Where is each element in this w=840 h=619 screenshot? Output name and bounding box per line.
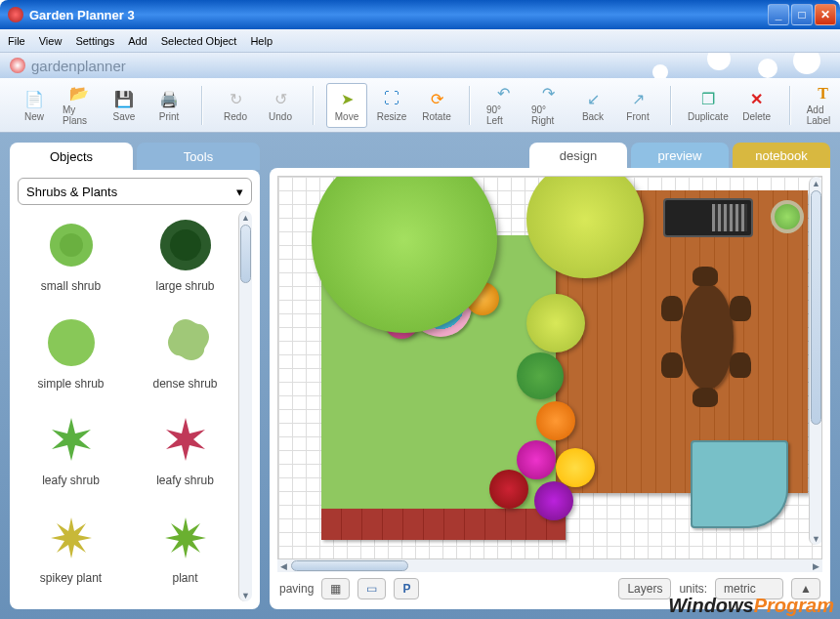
- duplicate-button[interactable]: ❐Duplicate: [684, 83, 733, 128]
- list-item[interactable]: simple shrub: [18, 312, 124, 404]
- list-item[interactable]: spikey plant: [18, 507, 124, 598]
- resize-button[interactable]: ⛶Resize: [371, 83, 412, 128]
- text-icon: T: [813, 85, 834, 103]
- tab-design[interactable]: design: [529, 143, 627, 168]
- back-icon: ↙: [582, 88, 604, 109]
- canvas-vscroll[interactable]: ▲▼: [809, 177, 822, 545]
- minimize-button[interactable]: _: [768, 4, 789, 25]
- printer-icon: 🖨️: [158, 88, 180, 109]
- undo-button[interactable]: ↺Undo: [260, 83, 301, 128]
- units-dropdown[interactable]: metric: [715, 578, 783, 599]
- selection-label: paving: [279, 582, 314, 596]
- close-button[interactable]: ✕: [815, 4, 836, 25]
- rotate-icon: ⟳: [426, 88, 447, 109]
- app-icon: [8, 7, 23, 22]
- list-item[interactable]: plant: [132, 507, 238, 598]
- units-label: units:: [679, 582, 707, 596]
- svg-point-3: [170, 229, 201, 261]
- chevron-down-icon: ▾: [236, 185, 243, 199]
- canvas-hscroll[interactable]: ◀▶: [277, 558, 822, 572]
- menu-add[interactable]: Add: [128, 35, 147, 47]
- move-button[interactable]: ➤Move: [326, 83, 367, 128]
- status-bar: paving ▦ ▭ P Layers units: metric ▲: [277, 572, 822, 601]
- tab-tools[interactable]: Tools: [137, 143, 260, 170]
- save-button[interactable]: 💾Save: [104, 83, 145, 128]
- add-label-button[interactable]: TAdd Label: [803, 83, 840, 128]
- print-button[interactable]: 🖨️Print: [148, 83, 189, 128]
- sidebar-scrollbar[interactable]: ▲▼: [238, 211, 252, 601]
- rotate-button[interactable]: ⟳Rotate: [416, 83, 457, 128]
- ruler-icon: ▭: [366, 582, 377, 596]
- scroll-thumb[interactable]: [240, 225, 251, 283]
- bring-front-button[interactable]: ↗Front: [617, 83, 658, 128]
- window-title: Garden Planner 3: [29, 8, 768, 22]
- toolbar: 📄New 📂My Plans 💾Save 🖨️Print ↻Redo ↺Undo…: [0, 78, 840, 133]
- rotate-right-icon: ↷: [537, 84, 559, 103]
- maximize-button[interactable]: □: [791, 4, 813, 25]
- list-item[interactable]: dense shrub: [132, 312, 238, 404]
- file-icon: 📄: [23, 88, 45, 109]
- scroll-down-icon[interactable]: ▼: [240, 589, 251, 601]
- p-button[interactable]: P: [394, 578, 419, 599]
- canvas-area: design preview notebook: [270, 143, 830, 609]
- tab-preview[interactable]: preview: [631, 143, 729, 168]
- design-canvas[interactable]: ▲▼: [277, 176, 822, 559]
- disk-icon: 💾: [113, 88, 135, 109]
- titlebar: Garden Planner 3 _ □ ✕: [0, 0, 840, 29]
- front-icon: ↗: [627, 88, 649, 109]
- scroll-up-icon[interactable]: ▲: [240, 211, 251, 224]
- ruler-toggle-button[interactable]: ▭: [357, 578, 386, 599]
- sidebar: Objects Tools Shrubs & Plants ▾ small sh…: [10, 143, 260, 609]
- grid-icon: ▦: [330, 582, 341, 596]
- layers-button[interactable]: Layers: [618, 578, 671, 599]
- category-value: Shrubs & Plants: [26, 185, 117, 199]
- collapse-button[interactable]: ▲: [791, 578, 820, 599]
- svg-point-4: [48, 319, 95, 366]
- list-item[interactable]: leafy shrub: [132, 409, 238, 501]
- folder-icon: 📂: [68, 84, 90, 103]
- tab-notebook[interactable]: notebook: [733, 143, 830, 168]
- my-plans-button[interactable]: 📂My Plans: [59, 83, 100, 128]
- brand-text: gardenplanner: [31, 58, 126, 74]
- rotate-right-button[interactable]: ↷90° Right: [527, 83, 568, 128]
- brand-icon: [10, 58, 25, 73]
- cursor-icon: ➤: [336, 88, 357, 109]
- svg-point-1: [60, 233, 83, 257]
- undo-icon: ↺: [270, 88, 291, 109]
- resize-icon: ⛶: [381, 88, 402, 109]
- menu-bar: File View Settings Add Selected Object H…: [0, 29, 840, 53]
- menu-view[interactable]: View: [39, 35, 63, 47]
- grid-toggle-button[interactable]: ▦: [321, 578, 350, 599]
- delete-icon: ✕: [746, 88, 768, 109]
- list-item[interactable]: leafy shrub: [18, 409, 124, 501]
- workspace: Objects Tools Shrubs & Plants ▾ small sh…: [0, 133, 840, 619]
- rotate-left-button[interactable]: ↶90° Left: [483, 83, 524, 128]
- brand-bar: gardenplanner: [0, 53, 840, 78]
- redo-button[interactable]: ↻Redo: [215, 83, 256, 128]
- list-item[interactable]: large shrub: [132, 215, 238, 307]
- object-grid: small shrub large shrub simple shrub den…: [18, 211, 238, 601]
- menu-help[interactable]: Help: [250, 35, 273, 47]
- menu-selected-object[interactable]: Selected Object: [161, 35, 237, 47]
- duplicate-icon: ❐: [697, 88, 719, 109]
- menu-settings[interactable]: Settings: [75, 35, 114, 47]
- list-item[interactable]: small shrub: [18, 215, 124, 307]
- delete-button[interactable]: ✕Delete: [736, 83, 777, 128]
- redo-icon: ↻: [225, 88, 246, 109]
- rotate-left-icon: ↶: [492, 84, 514, 103]
- send-back-button[interactable]: ↙Back: [572, 83, 613, 128]
- category-dropdown[interactable]: Shrubs & Plants ▾: [18, 178, 252, 205]
- blossom-decoration: [508, 53, 840, 78]
- menu-file[interactable]: File: [8, 35, 25, 47]
- new-button[interactable]: 📄New: [14, 83, 55, 128]
- tab-objects[interactable]: Objects: [10, 143, 133, 170]
